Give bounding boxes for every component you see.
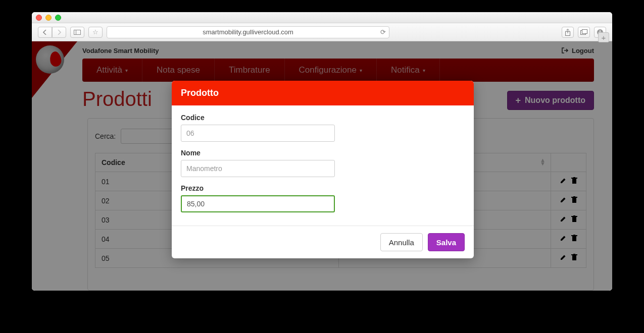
label-nome: Nome <box>181 149 465 157</box>
save-button[interactable]: Salva <box>428 233 465 251</box>
address-bar[interactable]: smartmobility.gullivercloud.com ⟳ <box>107 26 389 38</box>
window-titlebar <box>32 12 612 23</box>
tabs-button[interactable] <box>578 27 590 38</box>
save-button-label: Salva <box>436 238 456 247</box>
svg-rect-0 <box>74 30 81 34</box>
share-button[interactable] <box>562 27 574 38</box>
address-bar-text: smartmobility.gullivercloud.com <box>203 28 293 36</box>
cancel-button[interactable]: Annulla <box>380 233 423 251</box>
product-modal: Prodotto Codice Nome Prezzo Annulla Salv… <box>172 81 474 258</box>
browser-window: ☆ smartmobility.gullivercloud.com ⟳ <box>32 12 612 291</box>
label-prezzo: Prezzo <box>181 184 465 192</box>
window-zoom-button[interactable] <box>55 15 61 21</box>
svg-rect-4 <box>582 29 587 33</box>
sidebar-toggle-button[interactable] <box>70 27 84 38</box>
label-codice: Codice <box>181 114 465 122</box>
input-nome[interactable] <box>181 160 335 177</box>
input-prezzo[interactable] <box>181 195 335 212</box>
cancel-button-label: Annulla <box>389 238 414 247</box>
window-minimize-button[interactable] <box>45 15 52 21</box>
input-codice[interactable] <box>181 125 335 142</box>
nav-back-button[interactable] <box>38 27 52 38</box>
browser-toolbar: ☆ smartmobility.gullivercloud.com ⟳ <box>32 23 612 41</box>
nav-forward-button[interactable] <box>52 27 66 38</box>
reload-icon[interactable]: ⟳ <box>380 28 386 36</box>
bookmarks-button[interactable]: ☆ <box>88 27 103 38</box>
modal-title: Prodotto <box>172 81 474 105</box>
window-close-button[interactable] <box>36 15 42 21</box>
new-tab-button[interactable]: + <box>598 32 609 42</box>
page-content: Vodafone Smart Mobility Logout Attività … <box>32 41 612 291</box>
